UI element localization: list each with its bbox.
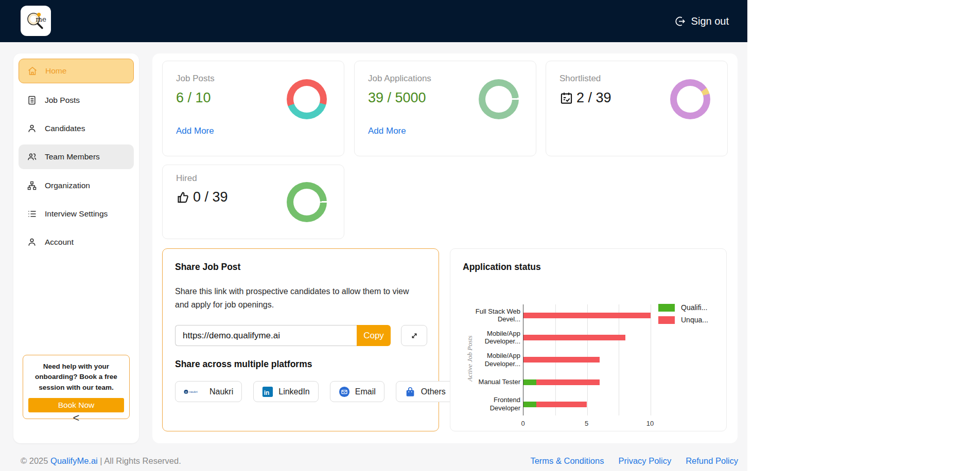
copyright-prefix: © 2025	[21, 456, 50, 465]
logout-icon	[674, 15, 686, 27]
sign-out-label: Sign out	[691, 15, 729, 27]
shortlisted-donut	[670, 79, 710, 119]
chart-category-label: Mobile/AppDeveloper...	[454, 352, 520, 368]
card-value: 6 / 10	[176, 90, 211, 106]
top-navbar: me Sign out	[0, 0, 747, 42]
chart-row	[523, 349, 651, 371]
app-background: me Sign out Home Job Posts	[0, 0, 747, 471]
org-chart-icon	[27, 180, 37, 191]
legend-label: Unqua...	[681, 316, 708, 324]
platform-label: Naukri	[209, 387, 233, 396]
terms-link[interactable]: Terms & Conditions	[530, 456, 604, 466]
chart-category-label: FrontendDeveloper	[454, 396, 520, 412]
job-posts-icon	[27, 95, 37, 105]
legend-entry-unqualified: Unqua...	[658, 316, 708, 324]
sidebar-item-job-posts[interactable]: Job Posts	[19, 88, 134, 113]
job-applications-donut	[479, 79, 519, 119]
copyright-text: © 2025 QualifyMe.ai | All Rights Reserve…	[21, 456, 181, 466]
qualifyme-footer-link[interactable]: QualifyMe.ai	[50, 456, 98, 465]
job-posts-card: Job Posts 6 / 10 Add More	[162, 61, 344, 156]
sign-out-button[interactable]: Sign out	[674, 0, 729, 42]
hired-value: 0 / 39	[193, 189, 228, 205]
share-others-button[interactable]: Others	[396, 381, 454, 402]
naukri-icon: n naukri	[184, 388, 204, 396]
privacy-link[interactable]: Privacy Policy	[618, 456, 671, 466]
add-more-link[interactable]: Add More	[368, 126, 406, 136]
legend-swatch-qualified	[658, 304, 675, 312]
chart-category-label: Mobile/AppDeveloper...	[454, 330, 520, 346]
home-icon	[27, 66, 38, 76]
chart-row	[523, 371, 651, 393]
svg-text:n: n	[185, 390, 187, 393]
sidebar-item-label: Home	[45, 66, 66, 76]
copy-button[interactable]: Copy	[357, 325, 391, 346]
legend-label: Qualifi...	[681, 303, 707, 312]
chart-category-label: Full Stack WebDevel...	[454, 307, 520, 323]
svg-text:in: in	[264, 389, 270, 396]
help-text: Need help with your onboarding? Book a f…	[28, 361, 124, 393]
chart-legend: Qualifi... Unqua...	[658, 303, 708, 328]
card-value: 2 / 39	[559, 90, 611, 106]
email-icon	[339, 386, 350, 397]
chart-x-tick: 10	[646, 420, 654, 427]
platform-buttons-row: n naukri Naukri in LinkedIn Email	[175, 381, 454, 402]
footer-links: Terms & Conditions Privacy Policy Refund…	[530, 456, 738, 466]
sidebar-item-label: Interview Settings	[45, 209, 108, 219]
chart-row	[523, 393, 651, 415]
list-settings-icon	[27, 209, 37, 219]
add-more-link[interactable]: Add More	[176, 126, 214, 136]
share-naukri-button[interactable]: n naukri Naukri	[175, 381, 242, 402]
share-title: Share Job Post	[175, 262, 240, 273]
sidebar-item-organization[interactable]: Organization	[19, 173, 134, 198]
share-job-post-panel: Share Job Post Share this link with pros…	[162, 248, 439, 431]
logo-me-text: me	[36, 14, 46, 23]
sidebar-collapse-button[interactable]: <	[13, 411, 139, 425]
chart-x-tick: 5	[585, 420, 588, 427]
refund-link[interactable]: Refund Policy	[686, 456, 738, 466]
legend-swatch-unqualified	[658, 316, 675, 324]
share-description: Share this link with prospective candida…	[175, 285, 419, 311]
chart-category-label: Manual Tester	[454, 378, 520, 386]
footer: © 2025 QualifyMe.ai | All Rights Reserve…	[0, 450, 747, 471]
legend-entry-qualified: Qualifi...	[658, 303, 708, 312]
linkedin-icon: in	[262, 386, 273, 397]
sidebar-item-label: Account	[45, 238, 74, 247]
card-value: 0 / 39	[176, 189, 228, 205]
card-value: 39 / 5000	[368, 90, 426, 106]
platform-label: Email	[355, 387, 376, 396]
sidebar-item-candidates[interactable]: Candidates	[19, 116, 134, 141]
share-linkedin-button[interactable]: in LinkedIn	[253, 381, 319, 402]
sidebar-item-home[interactable]: Home	[19, 59, 134, 83]
shortlisted-card: Shortlisted 2 / 39	[546, 61, 728, 156]
expand-link-button[interactable]	[401, 325, 427, 346]
book-now-button[interactable]: Book Now	[28, 398, 124, 412]
qualifyme-logo[interactable]: me	[21, 6, 51, 36]
chart-title: Application status	[463, 262, 541, 273]
expand-icon	[410, 331, 419, 340]
chart-row	[523, 327, 651, 349]
sidebar-item-label: Job Posts	[45, 96, 80, 105]
sidebar-item-label: Candidates	[45, 124, 85, 133]
application-status-panel: Application status Active Job Posts Full…	[450, 248, 727, 431]
job-posts-donut	[287, 79, 327, 119]
sidebar-item-team-members[interactable]: Team Members	[19, 144, 134, 169]
application-status-plot	[523, 304, 651, 415]
sidebar-item-label: Organization	[45, 181, 90, 190]
svg-text:naukri: naukri	[189, 390, 198, 393]
card-title: Shortlisted	[559, 74, 601, 84]
calendar-check-icon	[559, 91, 573, 105]
team-icon	[27, 152, 37, 162]
sidebar-item-account[interactable]: Account	[19, 230, 134, 255]
share-link-input[interactable]	[175, 325, 357, 346]
copyright-suffix: | All Rights Reserved.	[98, 456, 181, 465]
shortlisted-value: 2 / 39	[576, 90, 611, 106]
magnifier-logo-icon: me	[24, 9, 48, 33]
briefcase-icon	[405, 386, 416, 397]
card-title: Hired	[176, 173, 197, 184]
sidebar: Home Job Posts Candidates Team Members	[13, 53, 139, 443]
share-email-button[interactable]: Email	[330, 381, 384, 402]
job-applications-card: Job Applications 39 / 5000 Add More	[354, 61, 536, 156]
platform-label: Others	[421, 387, 446, 396]
platform-label: LinkedIn	[278, 387, 310, 396]
sidebar-item-interview-settings[interactable]: Interview Settings	[19, 202, 134, 226]
